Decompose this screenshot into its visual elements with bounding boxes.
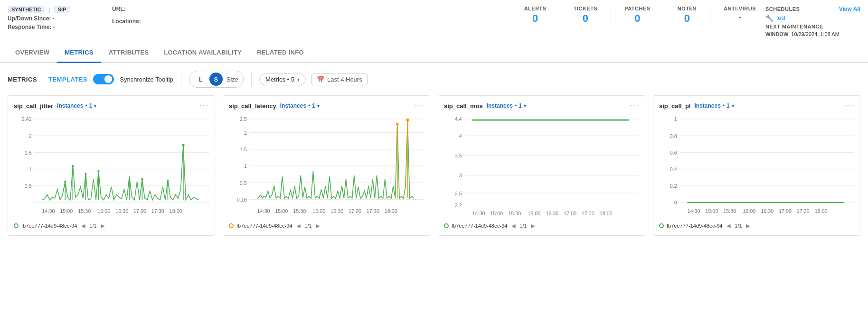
notes-stat: NOTES 0 [678,6,697,25]
legend-label-latency: fb7ee777-14d9-48ec-94 [236,223,292,229]
svg-text:17:30: 17:30 [797,208,810,214]
size-l-button[interactable]: L [194,73,208,86]
chart-card-pl: sip_call_pl Instances • 1 ▾ ··· [653,95,860,236]
toolbar-divider-2 [251,73,252,86]
svg-text:1: 1 [29,166,32,172]
svg-text:17:30: 17:30 [151,208,164,214]
prev-page-jitter[interactable]: ◄ [80,222,86,230]
svg-point-30 [85,173,86,175]
alerts-value: 0 [532,12,538,25]
svg-text:14:30: 14:30 [687,208,700,214]
chart-footer-mos: fb7ee777-14d9-48ec-94 ◄ 1/1 ► [444,222,639,230]
svg-text:2.2: 2.2 [455,202,462,208]
svg-text:15:00: 15:00 [705,208,718,214]
window-row: WINDOW 10/29/2024, 1:08 AM [765,31,860,37]
svg-text:18:00: 18:00 [385,208,397,214]
chart-name-mos: sip_call_mos [444,102,483,110]
svg-text:16:00: 16:00 [312,208,325,214]
svg-point-28 [72,165,74,167]
chart-more-jitter[interactable]: ··· [200,101,209,110]
chart-more-pl[interactable]: ··· [845,101,854,110]
instances-badge-latency[interactable]: Instances • 1 ▾ [280,102,320,109]
next-page-mos[interactable]: ► [530,222,537,230]
url-label: URL: [112,6,198,12]
instances-chevron-mos: ▾ [524,103,526,109]
prev-page-pl[interactable]: ◄ [725,222,732,230]
synthetic-badge: SYNTHETIC [8,6,45,13]
svg-text:17:00: 17:00 [779,208,792,214]
chart-more-latency[interactable]: ··· [415,101,424,110]
size-s-button[interactable]: S [209,73,223,86]
prev-page-mos[interactable]: ◄ [510,222,517,230]
last-hours-selector[interactable]: 📅 Last 4 Hours [311,74,368,85]
chart-more-mos[interactable]: ··· [630,101,639,110]
schedule-name[interactable]: test [776,15,785,21]
tab-metrics[interactable]: METRICS [57,43,101,63]
view-all-link[interactable]: View All [839,6,860,12]
calendar-icon: 📅 [317,76,324,83]
patches-stat: PATCHES 0 [624,6,650,25]
next-page-jitter[interactable]: ► [100,222,106,230]
svg-text:16:00: 16:00 [743,208,755,214]
header: SYNTHETIC | SIP Up/Down Since: - Respons… [0,0,868,43]
sync-tooltip-toggle[interactable] [93,74,114,84]
schedules-title: SCHEDULES [765,6,800,12]
tab-related-info[interactable]: RELATED INFO [249,43,311,63]
svg-text:17:00: 17:00 [133,208,146,214]
svg-text:3.5: 3.5 [455,153,462,158]
metrics-filter-chevron: ▾ [297,77,300,82]
legend-label-jitter: fb7ee777-14d9-48ec-94 [21,223,77,229]
patches-label: PATCHES [624,6,650,11]
window-value: 10/29/2024, 1:08 AM [791,31,840,37]
next-page-pl[interactable]: ► [745,222,752,230]
svg-point-56 [396,123,398,126]
svg-text:16:30: 16:30 [546,211,558,216]
templates-label: TEMPLATES [48,76,87,83]
instances-chevron-latency: ▾ [317,103,320,109]
response-time-label: Response Time: [8,24,51,30]
window-label: WINDOW [765,31,788,37]
tab-location-availability[interactable]: LOCATION AVAILABILITY [156,43,249,63]
svg-point-31 [141,178,143,180]
instances-dot-jitter: • [85,102,87,109]
prev-page-latency[interactable]: ◄ [295,222,302,230]
next-maintenance-label: NEXT MAINTENANCE [765,24,860,29]
tickets-stat: TICKETS 0 [574,6,598,25]
svg-point-57 [406,119,409,122]
next-page-latency[interactable]: ► [315,222,321,230]
patches-value: 0 [634,12,640,25]
svg-text:18:00: 18:00 [170,208,182,214]
svg-text:18:00: 18:00 [600,211,613,216]
metrics-filter-button[interactable]: Metrics • 5 ▾ [259,74,306,85]
legend-label-pl: fb7ee777-14d9-48ec-94 [667,223,722,229]
svg-text:0.8: 0.8 [670,133,677,139]
chart-name-pl: sip_call_pl [659,102,690,110]
instances-badge-jitter[interactable]: Instances • 1 ▾ [57,102,96,109]
svg-text:2.42: 2.42 [22,116,32,122]
chart-footer-jitter: fb7ee777-14d9-48ec-94 ◄ 1/1 ► [14,222,209,230]
svg-text:16:00: 16:00 [97,208,110,214]
antivirus-stat: ANTI-VIRUS - [724,6,756,22]
tickets-label: TICKETS [574,6,598,11]
svg-text:0.16: 0.16 [237,197,247,202]
svg-text:15:00: 15:00 [60,208,73,214]
schedules-header: SCHEDULES View All [765,6,860,12]
svg-text:2.5: 2.5 [455,191,462,196]
antivirus-value: - [738,12,741,22]
charts-grid: sip_call_jitter Instances • 1 ▾ ··· [8,95,860,236]
tab-overview[interactable]: OVERVIEW [8,43,57,63]
response-time-value: - [53,24,55,30]
page-info-latency: 1/1 [304,223,311,229]
instances-dot-pl: • [723,102,725,109]
tab-attributes[interactable]: ATTRIBUTES [101,43,156,63]
svg-point-32 [167,180,169,182]
instances-badge-mos[interactable]: Instances • 1 ▾ [487,102,526,109]
chart-card-mos: sip_call_mos Instances • 1 ▾ ··· [438,95,645,236]
svg-text:2.5: 2.5 [240,116,247,122]
svg-text:1: 1 [244,163,247,169]
stat-divider-3 [664,6,664,25]
toolbar-divider-1 [181,73,181,86]
alerts-stat: ALERTS 0 [524,6,547,25]
svg-text:4.4: 4.4 [455,116,462,122]
instances-badge-pl[interactable]: Instances • 1 ▾ [694,102,734,109]
